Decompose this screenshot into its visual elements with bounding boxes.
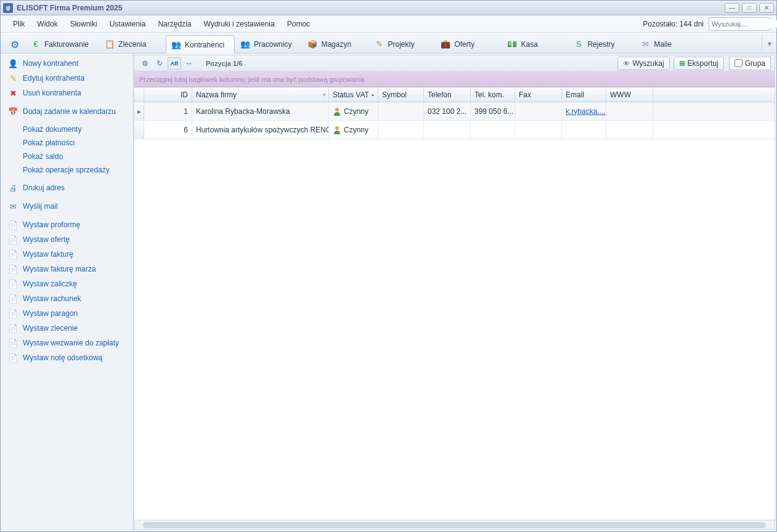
close-button[interactable]: ✕ [759,3,774,13]
toolbar-columns-icon[interactable]: ↔ [182,57,196,70]
tab-kontrahenci[interactable]: 👥Kontrahenci [166,35,235,54]
sidebar-item[interactable]: 📄Wystaw rachunek [1,291,133,306]
menu-widok[interactable]: Widok [31,17,63,31]
tab-pracownicy[interactable]: 👥Pracownicy [235,34,302,53]
search-button[interactable]: 👁 Wyszukaj [617,57,669,70]
sidebar-item[interactable]: Pokaż saldo [1,150,133,163]
sidebar-item[interactable]: 📄Wystaw wezwanie do zapłaty [1,336,133,350]
sidebar-item[interactable]: 📄Wystaw ofertę [1,232,133,247]
col-email[interactable]: Email [562,87,606,102]
svg-point-0 [335,108,339,111]
sidebar-icon: ✖ [8,88,18,98]
kontrahenci-icon: 👥 [171,40,181,50]
sidebar-item[interactable]: Pokaż płatności [1,136,133,150]
tab-rejestry[interactable]: SRejestry [568,34,635,53]
cell [471,121,515,139]
position-label: Pozycja 1/6 [206,60,242,67]
sidebar-item[interactable]: 📄Wystaw fakturę [1,247,133,262]
col-fax[interactable]: Fax [515,87,562,102]
tab-magazyn[interactable]: 📦Magazyn [302,34,368,53]
tabs-overflow-button[interactable]: ▾ [762,34,776,53]
sort-asc-icon: ▴ [372,92,374,97]
sidebar-item[interactable]: 👤Nowy kontrahent [1,56,133,71]
table-row[interactable]: 6Hurtownia artykułów spożywczych RENOCzy… [134,121,775,139]
grid-toolbar: ⚙ ↻ AB ↔ Pozycja 1/6 👁 Wyszukaj ▦ Ekspor… [134,55,775,71]
sidebar-icon: 📄 [8,264,18,274]
toolbar-refresh-icon[interactable]: ↻ [153,57,166,70]
search-input[interactable] [712,20,777,28]
cell [378,102,424,120]
sidebar-item[interactable]: 📄Wystaw zlecenie [1,321,133,336]
export-icon: ▦ [679,59,685,67]
sidebar-item[interactable]: ✎Edytuj kontrahenta [1,71,133,86]
export-button[interactable]: ▦ Eksportuj [673,57,724,70]
sidebar-icon: 📄 [8,323,18,333]
settings-gear-icon[interactable]: ⚙ [4,36,25,53]
col-symbol[interactable]: Symbol [378,87,424,102]
cell: 399 050 6... [471,102,515,120]
col-tel[interactable]: Telefon [424,87,471,102]
cell [378,121,424,139]
col-kom[interactable]: Tel. kom. [471,87,515,102]
sidebar-icon: 👤 [8,58,18,68]
cell [606,121,653,139]
app-window: φ ELISOFT Firma Premium 2025 — □ ✕ PlikW… [0,0,777,532]
app-icon: φ [3,3,13,13]
projekty-icon: ✎ [374,39,384,49]
global-search[interactable]: 👁 [709,17,770,31]
scrollbar-thumb[interactable] [143,522,766,528]
maximize-button[interactable]: □ [742,3,757,13]
kasa-icon: 💵 [507,39,517,49]
email-link[interactable]: k.rybacka.... [566,107,606,116]
cell: 1 [144,102,192,120]
sidebar-icon: 📄 [8,220,18,230]
cell: 6 [144,121,192,139]
sidebar-item[interactable]: ✉Wyślij mail [1,199,133,214]
menubar: PlikWidokSłownikiUstawieniaNarzędziaWydr… [1,15,776,33]
filter-icon[interactable]: ▾ [323,92,326,98]
menu-słowniki[interactable]: Słowniki [64,17,104,31]
col-www[interactable]: WWW [606,87,653,102]
sidebar-item[interactable]: 📄Wystaw notę odsetkową [1,350,133,365]
sidebar-item[interactable]: 📄Wystaw zaliczkę [1,276,133,291]
row-indicator [134,121,144,139]
sidebar-item[interactable]: Pokaż dokumenty [1,123,133,136]
tab-projekty[interactable]: ✎Projekty [368,34,435,53]
group-checkbox-input[interactable] [734,59,742,67]
table-row[interactable]: ▸1Karolina Rybacka-MorawskaCzynny032 100… [134,102,775,121]
grid-body: ▸1Karolina Rybacka-MorawskaCzynny032 100… [134,102,775,520]
menu-ustawienia[interactable]: Ustawienia [104,17,152,31]
menu-plik[interactable]: Plik [7,17,31,31]
sidebar-icon: 📄 [8,294,18,304]
sidebar-item[interactable]: ✖Usuń kontrahenta [1,86,133,100]
menu-narzędzia[interactable]: Narzędzia [152,17,197,31]
remaining-days: Pozostało: 144 dni [643,20,704,28]
tab-fakturowanie[interactable]: €Fakturowanie [25,34,99,53]
menu-wydruki i zestawienia[interactable]: Wydruki i zestawienia [197,17,280,31]
tab-maile[interactable]: ✉Maile [635,34,701,53]
col-name[interactable]: Nazwa firmy▾ [192,87,329,102]
tab-kasa[interactable]: 💵Kasa [502,34,568,53]
tab-oferty[interactable]: 💼Oferty [435,34,502,53]
minimize-button[interactable]: — [725,3,739,13]
menu-pomoc[interactable]: Pomoc [281,17,316,31]
sidebar-item[interactable]: 🖨Drukuj adres [1,180,133,195]
toolbar-settings-icon[interactable]: ⚙ [138,57,152,70]
cell [515,121,562,139]
sidebar-item[interactable]: 📄Wystaw fakturę marża [1,262,133,276]
horizontal-scrollbar[interactable] [134,520,775,530]
group-checkbox[interactable]: Grupa [729,57,771,70]
cell [562,121,606,139]
sidebar-item[interactable]: 📄Wystaw paragon [1,306,133,321]
cell: Czynny [329,102,378,120]
col-vat[interactable]: Status VAT▴ [329,87,378,102]
sidebar: 👤Nowy kontrahent✎Edytuj kontrahenta✖Usuń… [1,54,134,531]
sidebar-item[interactable]: 📄Wystaw proformę [1,217,133,232]
col-id[interactable]: ID [144,87,192,102]
tab-zlecenia[interactable]: 📋Zlecenia [99,34,166,53]
group-drop-area[interactable]: Przeciągnij tutaj nagłówek kolumny, jeśl… [134,71,775,87]
toolbar-fit-icon[interactable]: AB [168,57,181,70]
sidebar-item[interactable]: 📅Dodaj zadanie w kalendarzu [1,104,133,119]
sidebar-item[interactable]: Pokaż operacje sprzedaży [1,163,133,177]
magazyn-icon: 📦 [307,39,317,49]
